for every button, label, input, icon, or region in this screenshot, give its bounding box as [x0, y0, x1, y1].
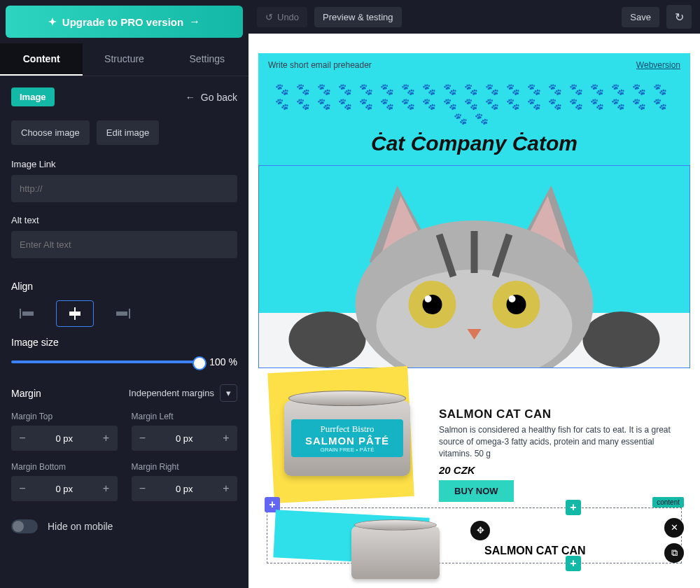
svg-point-8 [425, 295, 432, 302]
margin-left-decrement[interactable]: − [132, 426, 154, 451]
margin-bottom-decrement[interactable]: − [11, 476, 34, 501]
undo-button[interactable]: ↺ Undo [257, 7, 307, 27]
paw-decoration: 🐾🐾🐾🐾🐾🐾🐾🐾🐾🐾🐾🐾🐾🐾🐾🐾🐾🐾🐾🐾🐾🐾🐾🐾🐾🐾🐾🐾🐾🐾🐾🐾🐾🐾🐾🐾🐾🐾🐾🐾 [258, 83, 690, 126]
margin-mode-value: Independent margins [129, 388, 214, 398]
history-button[interactable]: ↻ [666, 5, 692, 29]
image-link-label: Image Link [11, 159, 237, 169]
margin-left-value: 0 px [154, 433, 216, 444]
hide-on-mobile-label: Hide on mobile [48, 521, 113, 532]
hero-image-block[interactable]: ↖ [258, 165, 690, 368]
go-back-button[interactable]: ← Go back [186, 92, 237, 103]
margin-mode-select[interactable]: Independent margins ▾ [129, 384, 237, 402]
main-area: ↺ Undo Preview & testing Save ↻ Write sh… [248, 0, 700, 588]
margin-left-increment[interactable]: + [215, 426, 237, 451]
align-center-icon [64, 309, 85, 318]
image-size-slider[interactable] [11, 360, 201, 363]
margin-bottom-stepper[interactable]: − 0 px + [11, 476, 118, 501]
tab-settings[interactable]: Settings [166, 43, 248, 76]
sparkle-icon: ✦ [48, 16, 57, 27]
add-content-top-button[interactable]: + [566, 500, 581, 515]
upgrade-label: Upgrade to PRO version [62, 16, 183, 28]
margin-top-increment[interactable]: + [95, 426, 118, 451]
sidebar-tabs: Content Structure Settings [0, 43, 248, 76]
product-price: 20 CZK [439, 464, 682, 476]
add-content-bottom-button[interactable]: + [566, 556, 581, 571]
product-desc: Salmon is considered a healthy fish for … [439, 424, 682, 459]
product-row[interactable]: Purrfect Bistro SALMON PÂTÉ GRAIN FREE •… [258, 368, 690, 501]
upgrade-button[interactable]: ✦ Upgrade to PRO version → [6, 6, 243, 38]
history-icon: ↻ [675, 10, 684, 24]
can-sub: GRAIN FREE • PÂTÉ [294, 447, 400, 453]
arrow-left-icon: ← [186, 92, 195, 103]
header-block[interactable]: 🐾🐾🐾🐾🐾🐾🐾🐾🐾🐾🐾🐾🐾🐾🐾🐾🐾🐾🐾🐾🐾🐾🐾🐾🐾🐾🐾🐾🐾🐾🐾🐾🐾🐾🐾🐾🐾🐾🐾🐾… [258, 77, 690, 165]
product-image: Purrfect Bistro SALMON PÂTÉ GRAIN FREE •… [267, 375, 428, 501]
panel-body: Image ← Go back Choose image Edit image … [0, 76, 248, 559]
align-left-button[interactable] [11, 300, 49, 327]
margin-left-label: Margin Left [132, 412, 238, 421]
alt-text-label: Alt text [11, 215, 237, 225]
margin-top-decrement[interactable]: − [11, 426, 34, 451]
choose-image-button[interactable]: Choose image [11, 120, 90, 145]
element-chip: Image [11, 88, 55, 106]
preview-testing-button[interactable]: Preview & testing [314, 7, 401, 27]
tab-content[interactable]: Content [0, 43, 83, 76]
margin-top-value: 0 px [34, 433, 95, 444]
go-back-label: Go back [201, 92, 237, 103]
duplicate-block-button[interactable]: ⧉ [664, 543, 684, 563]
svg-point-9 [509, 295, 516, 302]
save-button[interactable]: Save [622, 7, 659, 27]
sidebar: ✦ Upgrade to PRO version → Content Struc… [0, 0, 248, 588]
align-left-icon [20, 309, 41, 318]
brand-title: Ċat Ċompany Ċatom [258, 132, 690, 155]
cat-illustration [259, 165, 690, 368]
margin-bottom-increment[interactable]: + [95, 476, 118, 501]
product-title-2: SALMON CAT CAN [484, 545, 586, 557]
margin-right-value: 0 px [154, 484, 216, 494]
margin-top-stepper[interactable]: − 0 px + [11, 426, 118, 451]
editing-block[interactable]: + + content ✥ ✕ ⧉ + SALMON CAT CAN [267, 507, 682, 564]
align-center-button[interactable] [56, 300, 94, 327]
align-right-icon [109, 309, 130, 318]
preheader-text[interactable]: Write short email preheader [268, 60, 372, 70]
margin-right-decrement[interactable]: − [132, 476, 154, 501]
svg-point-0 [289, 312, 366, 368]
edit-image-button[interactable]: Edit image [97, 120, 159, 145]
margin-top-label: Margin Top [11, 412, 118, 421]
align-label: Align [11, 281, 237, 292]
webversion-link[interactable]: Webversion [636, 60, 680, 70]
product-image-2 [351, 526, 477, 588]
align-right-button[interactable] [101, 300, 139, 327]
margin-left-stepper[interactable]: − 0 px + [132, 426, 238, 451]
topbar: ↺ Undo Preview & testing Save ↻ [248, 0, 700, 34]
image-link-input[interactable] [11, 175, 237, 202]
margin-right-increment[interactable]: + [215, 476, 237, 501]
delete-block-button[interactable]: ✕ [664, 518, 684, 538]
product-title: SALMON CAT CAN [439, 407, 682, 421]
margin-right-label: Margin Right [132, 462, 238, 472]
image-size-label: Image size [11, 337, 237, 348]
tab-structure[interactable]: Structure [83, 43, 165, 76]
image-size-value: 100 % [209, 356, 237, 368]
alt-text-input[interactable] [11, 231, 237, 258]
buy-now-button[interactable]: BUY NOW [439, 480, 514, 502]
margin-label: Margin [11, 388, 41, 399]
margin-bottom-value: 0 px [34, 484, 95, 494]
content-tag: content [652, 497, 684, 507]
can-script: Purrfect Bistro [294, 424, 400, 435]
chevron-down-icon: ▾ [220, 384, 237, 402]
hide-on-mobile-toggle[interactable] [11, 519, 38, 533]
email-body: Write short email preheader Webversion 🐾… [258, 53, 690, 564]
margin-right-stepper[interactable]: − 0 px + [132, 476, 238, 501]
margin-bottom-label: Margin Bottom [11, 462, 118, 472]
preheader-row: Write short email preheader Webversion [258, 53, 690, 77]
can-big: SALMON PÂTÉ [294, 435, 400, 447]
svg-point-1 [583, 312, 660, 368]
undo-label: Undo [277, 12, 299, 22]
arrow-right-icon: → [189, 15, 200, 28]
undo-icon: ↺ [265, 12, 273, 22]
canvas[interactable]: Write short email preheader Webversion 🐾… [248, 34, 700, 588]
